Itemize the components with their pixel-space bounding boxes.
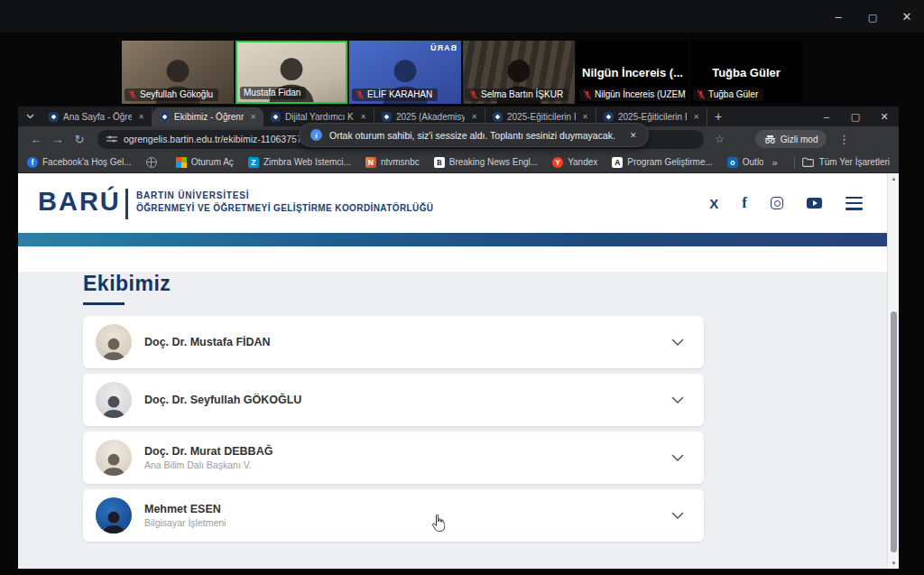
- site-favicon-icon: [271, 112, 281, 122]
- person-silhouette-icon: [99, 334, 128, 360]
- incognito-icon: [764, 135, 776, 144]
- all-bookmarks-label: Tüm Yer İşaretleri: [819, 157, 890, 167]
- bookmark-item[interactable]: Zimbra Web İstemci...: [248, 157, 351, 168]
- bookmark-item[interactable]: Yandex: [552, 157, 597, 168]
- url-text: ogrengelis.bartin.edu.tr/ekibimiz-110637…: [124, 134, 322, 144]
- bookmark-label: Outlook - mustafafi...: [743, 157, 763, 167]
- participant-tile[interactable]: Selma Bartın İŞKUR: [463, 41, 575, 104]
- participant-name-text: Mustafa Fidan: [244, 88, 300, 97]
- chevron-down-icon[interactable]: [671, 512, 684, 520]
- participant-tile[interactable]: Mustafa Fidan: [236, 41, 347, 104]
- site-favicon-icon: [604, 112, 614, 122]
- member-avatar: [96, 497, 132, 533]
- divider: [794, 156, 795, 169]
- maximize-icon[interactable]: [855, 10, 890, 23]
- site-info-icon[interactable]: [106, 134, 117, 144]
- chevron-down-icon[interactable]: [671, 454, 684, 462]
- screen: Seyfullah Gökoğlu: [0, 0, 924, 575]
- participant-name-text: Seyfullah Gökoğlu: [140, 89, 213, 99]
- browser-tab[interactable]: Ana Sayfa - Öğrenmeyi ve: [42, 107, 152, 126]
- tab-search-chevron-icon[interactable]: [18, 107, 42, 126]
- hamburger-menu-icon[interactable]: [845, 197, 863, 210]
- browser-close-icon[interactable]: [870, 111, 899, 123]
- member-name: Mehmet ESEN: [144, 503, 671, 515]
- minimize-icon[interactable]: [821, 10, 855, 23]
- facebook-icon[interactable]: f: [742, 194, 747, 212]
- tab-close-icon[interactable]: [580, 112, 590, 122]
- youtube-icon[interactable]: [807, 198, 822, 209]
- participant-name-text: Nilgün İncereis (UZEM): [595, 89, 686, 99]
- all-bookmarks-button[interactable]: Tüm Yer İşaretleri: [802, 157, 890, 167]
- reload-icon[interactable]: [69, 133, 90, 146]
- member-text: Doç. Dr. Mustafa FİDAN: [144, 336, 671, 348]
- bookmark-favicon-icon: [248, 157, 259, 168]
- tab-title: Ana Sayfa - Öğrenmeyi ve: [63, 112, 132, 122]
- team-member-card[interactable]: Doç. Dr. Mustafa FİDAN: [83, 316, 704, 368]
- bookmark-item[interactable]: [146, 157, 162, 168]
- tab-close-icon[interactable]: [358, 112, 368, 122]
- chevron-down-icon[interactable]: [671, 396, 684, 404]
- new-tab-button[interactable]: [707, 107, 729, 126]
- bookmark-favicon-icon: [146, 157, 157, 168]
- tab-close-icon[interactable]: [691, 112, 701, 122]
- team-member-card[interactable]: Doç. Dr. Seyfullah GÖKOĞLU: [83, 374, 704, 426]
- member-avatar: [96, 440, 132, 476]
- bookmarks-list: Facebook'a Hoş Gel... Oturum Aç: [27, 157, 763, 168]
- bookmarks-bar: Facebook'a Hoş Gel... Oturum Aç: [18, 152, 899, 173]
- bookmark-item[interactable]: ntvmsnbc: [365, 157, 420, 168]
- instagram-icon[interactable]: [771, 197, 783, 209]
- browser-minimize-icon[interactable]: [812, 111, 841, 122]
- browser-tab[interactable]: Ekibimiz - Öğrenmeyi ve Ö: [152, 107, 263, 126]
- scrollbar-thumb[interactable]: [891, 311, 897, 552]
- member-text: Doç. Dr. Murat DEBBAĞ Ana Bilim Dalı Baş…: [144, 445, 671, 470]
- participant-name-text: Selma Bartın İŞKUR: [481, 89, 563, 99]
- bookmark-favicon-icon: [612, 157, 623, 168]
- participant-tile[interactable]: Nilgün İncereis (... Nilgün İncereis (UZ…: [577, 41, 688, 104]
- page-scrollbar[interactable]: [887, 173, 899, 569]
- participant-tile[interactable]: Seyfullah Gökoğlu: [122, 41, 234, 104]
- member-text: Doç. Dr. Seyfullah GÖKOĞLU: [144, 394, 671, 406]
- team-member-card[interactable]: Mehmet ESEN Bilgisayar İşletmeni: [83, 489, 704, 542]
- tab-title: 2025 (Akademisyenlere yö: [396, 112, 465, 122]
- org-name-line2: ÖĞRENMEYİ VE ÖĞRETMEYİ GELİŞTİRME KOORDİ…: [136, 203, 433, 213]
- chevron-down-icon[interactable]: [671, 339, 684, 347]
- browser-menu-icon[interactable]: [837, 133, 850, 146]
- incognito-badge: Gizli mod: [755, 130, 827, 148]
- team-member-card[interactable]: Doç. Dr. Murat DEBBAĞ Ana Bilim Dalı Baş…: [83, 431, 704, 484]
- forward-icon[interactable]: [47, 133, 69, 146]
- tab-close-icon[interactable]: [248, 112, 258, 122]
- bookmark-item[interactable]: Program Geliştirme...: [612, 157, 712, 168]
- bookmark-item[interactable]: Outlook - mustafafi...: [727, 157, 763, 168]
- site-logo[interactable]: BARÚ: [38, 187, 121, 217]
- site-favicon-icon: [382, 112, 392, 122]
- back-icon[interactable]: [25, 133, 47, 146]
- site-favicon-icon: [160, 112, 170, 122]
- org-name-block: BARTIN ÜNİVERSİTESİ ÖĞRENMEYİ VE ÖĞRETME…: [136, 190, 433, 213]
- close-icon[interactable]: [890, 10, 924, 23]
- bookmark-favicon-icon: [27, 157, 38, 168]
- toast-text: Ortak oturum sahibi, siz'i sessize aldı.…: [329, 130, 615, 141]
- bookmark-item[interactable]: Facebook'a Hoş Gel...: [27, 157, 132, 168]
- browser-maximize-icon[interactable]: [841, 111, 870, 123]
- bookmark-favicon-icon: [176, 157, 187, 168]
- bookmark-item[interactable]: Breaking News Engl...: [434, 157, 538, 168]
- bookmarks-overflow-chevron[interactable]: »: [763, 157, 787, 168]
- participant-name-label: Nilgün İncereis (UZEM): [579, 88, 686, 101]
- bookmark-item[interactable]: Oturum Aç: [176, 157, 234, 168]
- tab-close-icon[interactable]: [136, 112, 146, 122]
- participant-tile[interactable]: Tuğba Güler Tuğba Güler: [690, 41, 802, 104]
- participant-name-label: Tuğba Güler: [693, 88, 763, 101]
- tab-close-icon[interactable]: [469, 112, 479, 122]
- scrollbar-down-icon[interactable]: [888, 561, 899, 566]
- participant-tile[interactable]: BARÜ ELİF KARAHAN: [349, 41, 461, 104]
- toast-close-icon[interactable]: [630, 131, 637, 140]
- tab-title: 2025-Eğiticilerin Eğitimi Pr: [507, 112, 576, 122]
- bookmark-label: Oturum Aç: [191, 157, 234, 167]
- member-name: Doç. Dr. Mustafa FİDAN: [144, 336, 671, 348]
- bookmark-star-icon[interactable]: [715, 133, 725, 145]
- logo-divider: [125, 189, 128, 219]
- x-twitter-icon[interactable]: X: [709, 196, 718, 211]
- scrollbar-up-icon[interactable]: [888, 176, 899, 181]
- mic-off-icon: [469, 90, 478, 99]
- tab-title: Dijital Yardımcı Kaynaklar: [285, 112, 354, 122]
